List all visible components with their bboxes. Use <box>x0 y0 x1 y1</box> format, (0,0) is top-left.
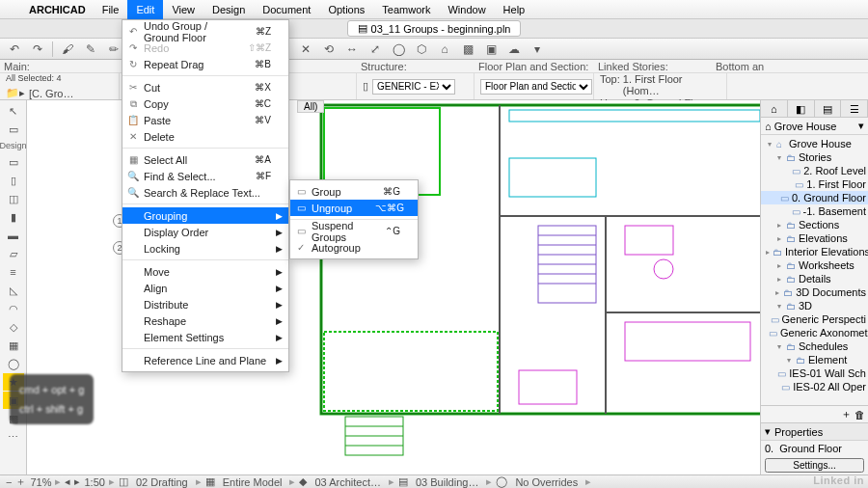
folder-icon[interactable]: 📁▸ <box>6 87 25 99</box>
properties-header[interactable]: ▾Properties <box>761 423 868 441</box>
navigator-tree[interactable]: ▾⌂Grove House▾🗀Stories▭2. Roof Level▭1. … <box>761 135 868 405</box>
morph-tool-icon[interactable]: ◯ <box>3 355 24 372</box>
beam-tool-icon[interactable]: ▬ <box>3 227 24 244</box>
edit-menu-item[interactable]: ⧉Copy⌘C <box>122 95 288 112</box>
edit-menu-item[interactable]: Reference Line and Plane▶ <box>122 352 288 368</box>
scale-value[interactable]: 1:50 <box>84 476 104 488</box>
disclosure-icon[interactable]: ▸ <box>775 234 783 243</box>
disclosure-icon[interactable]: ▾ <box>775 342 783 351</box>
disclosure-icon[interactable]: ▾ <box>775 153 783 162</box>
menu-window[interactable]: Window <box>439 0 494 19</box>
edit-menu-item[interactable]: Grouping▶ <box>122 207 288 224</box>
mode-icon[interactable]: ▣ <box>482 41 500 57</box>
disclosure-icon[interactable]: ▸ <box>773 288 780 297</box>
mode-icon[interactable]: ☁ <box>505 41 523 57</box>
edit-menu-item[interactable]: 🔍Find & Select...⌘F <box>122 168 288 184</box>
trash-icon[interactable]: 🗑 <box>854 409 865 420</box>
menu-teamwork[interactable]: Teamwork <box>373 0 439 19</box>
crumb-model[interactable]: Entire Model <box>219 476 286 488</box>
tree-row[interactable]: ▭-1. Basement <box>761 204 868 218</box>
tree-row[interactable]: ▭Generic Perspecti <box>761 312 868 326</box>
mode-icon[interactable]: ⌂ <box>436 41 453 57</box>
edit-menu-item[interactable]: Element Settings▶ <box>122 329 288 345</box>
edit-menu-item[interactable]: Locking▶ <box>122 240 288 257</box>
disclosure-icon[interactable]: ▾ <box>766 140 773 149</box>
grouping-menu-item[interactable]: ▭Group⌘G <box>290 183 418 200</box>
zoom-in-icon[interactable]: ＋ <box>15 474 26 488</box>
tree-row[interactable]: ▸🗀Details <box>761 272 868 285</box>
navigator-root[interactable]: ⌂Grove House▾ <box>761 118 868 135</box>
marquee-tool-icon[interactable]: ▭ <box>3 121 24 138</box>
zoom-out-icon[interactable]: − <box>6 476 12 488</box>
edit-menu-item[interactable]: 📋Paste⌘V <box>122 112 288 128</box>
tree-row[interactable]: ▭2. Roof Level <box>761 164 868 177</box>
curtain-tool-icon[interactable]: ▦ <box>3 337 24 354</box>
tree-row[interactable]: ▾🗀Schedules <box>761 339 868 353</box>
tree-row[interactable]: ▸🗀Elevations <box>761 231 868 245</box>
edit-menu-item[interactable]: Reshape▶ <box>122 312 288 329</box>
window-tool-icon[interactable]: ◫ <box>3 190 24 207</box>
chevron-down-icon[interactable]: ▾ <box>858 120 864 132</box>
nav-tab-view[interactable]: ◧ <box>788 100 815 117</box>
grouping-menu-item[interactable]: ✓Autogroup <box>290 239 418 256</box>
mode-icon[interactable]: ⟲ <box>320 41 338 57</box>
tree-row[interactable]: ▾⌂Grove House <box>761 137 868 150</box>
edit-menu-item[interactable]: ▦Select All⌘A <box>122 151 288 168</box>
crumb-drafting[interactable]: 02 Drafting <box>132 476 192 488</box>
arrow-tool-icon[interactable]: ↖ <box>3 102 24 120</box>
slab-tool-icon[interactable]: ▱ <box>3 245 24 262</box>
column-tool-icon[interactable]: ▮ <box>3 208 24 226</box>
pencil-icon[interactable]: ✏ <box>105 41 122 57</box>
struct-icon[interactable]: ▯ <box>363 80 368 93</box>
view-tab[interactable]: All) <box>297 100 324 113</box>
door-tool-icon[interactable]: ▯ <box>3 172 24 189</box>
nav-prev-icon[interactable]: ◂ <box>65 475 70 488</box>
crumb-building[interactable]: 03 Building… <box>412 476 482 488</box>
edit-menu-item[interactable]: Move▶ <box>122 263 288 280</box>
tree-row[interactable]: ▭1. First Floor <box>761 177 868 191</box>
menu-options[interactable]: Options <box>319 0 373 19</box>
crumb-arch[interactable]: 03 Architect… <box>311 476 384 488</box>
disclosure-icon[interactable]: ▾ <box>785 356 793 365</box>
shell-tool-icon[interactable]: ◠ <box>3 300 24 317</box>
tree-row[interactable]: ▾🗀3D <box>761 299 868 312</box>
disclosure-icon[interactable]: ▸ <box>775 261 783 270</box>
grouping-menu-item[interactable]: ▭Ungroup⌥⌘G <box>290 200 418 216</box>
zoom-value[interactable]: 71% <box>30 476 51 488</box>
edit-menu-item[interactable]: ✂Cut⌘X <box>122 79 288 95</box>
tree-row[interactable]: ▭Generic Axonomet <box>761 326 868 339</box>
new-icon[interactable]: ＋ <box>841 407 852 421</box>
mode-icon[interactable]: ▩ <box>459 41 476 57</box>
undo-icon[interactable]: ↶ <box>6 41 23 57</box>
nav-tab-layout[interactable]: ▤ <box>815 100 842 117</box>
disclosure-icon[interactable]: ▸ <box>775 221 783 230</box>
crumb-overrides[interactable]: No Overrides <box>511 476 582 488</box>
tree-row[interactable]: ▾🗀Element <box>761 353 868 366</box>
mode-icon[interactable]: ✕ <box>297 41 314 57</box>
app-name[interactable]: ARCHICAD <box>21 4 94 15</box>
mode-icon[interactable]: ◯ <box>390 41 407 57</box>
menu-view[interactable]: View <box>163 0 203 19</box>
edit-menu-item[interactable]: ↻Repeat Drag⌘B <box>122 56 288 72</box>
menu-document[interactable]: Document <box>254 0 319 19</box>
tree-row[interactable]: ▭0. Ground Floor <box>761 191 868 204</box>
fps-select[interactable]: Floor Plan and Section… <box>480 79 592 95</box>
grouping-menu-item[interactable]: ▭Suspend Groups⌃G <box>290 223 418 239</box>
brush-icon[interactable]: 🖌 <box>59 41 76 57</box>
disclosure-icon[interactable]: ▾ <box>765 425 771 438</box>
layer-chip[interactable]: [C. Gro… <box>29 88 73 99</box>
mode-icon[interactable]: ▾ <box>529 41 546 57</box>
edit-menu-item[interactable]: ↶Undo Group / Ground Floor⌘Z <box>122 23 288 40</box>
redo-icon[interactable]: ↷ <box>29 41 46 57</box>
stair-tool-icon[interactable]: ≡ <box>3 263 24 281</box>
more-tool-icon[interactable]: ⋯ <box>3 428 24 446</box>
tree-row[interactable]: ▾🗀Stories <box>761 150 868 164</box>
edit-menu-item[interactable]: ✕Delete <box>122 128 288 145</box>
nav-next-icon[interactable]: ▸ <box>74 475 80 488</box>
edit-menu-item[interactable]: Distribute▶ <box>122 296 288 312</box>
roof-tool-icon[interactable]: ◺ <box>3 282 24 299</box>
top-val[interactable]: 1. First Floor (Hom… <box>623 73 720 96</box>
edit-menu-item[interactable]: Display Order▶ <box>122 224 288 240</box>
wall-tool-icon[interactable]: ▭ <box>3 153 24 171</box>
tree-row[interactable]: ▸🗀3D Documents <box>761 285 868 299</box>
